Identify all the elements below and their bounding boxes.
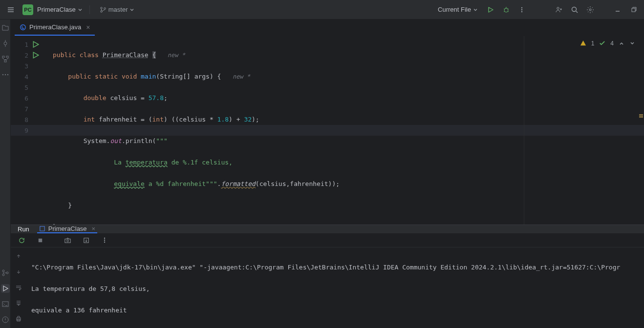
svg-rect-25 [38,238,42,242]
run-config-tab[interactable]: PrimeraClase × [37,225,97,233]
git-branch-selector[interactable]: master [100,6,135,13]
svg-point-9 [589,9,591,11]
java-file-icon [20,24,26,31]
svg-point-29 [104,238,105,239]
svg-point-31 [104,242,105,243]
line-number: 4 [11,73,32,81]
svg-point-1 [101,10,103,12]
svg-point-5 [521,9,522,10]
line-number: 9 [11,127,32,134]
console-line: equivale a 136 fahrenheit [31,305,639,316]
console-output[interactable]: "C:\Program Files\Java\jdk-17\bin\java.e… [26,247,644,328]
scroll-end-icon[interactable] [14,298,23,308]
run-button[interactable] [484,3,497,17]
svg-rect-14 [4,60,6,62]
svg-point-8 [572,7,577,11]
run-title[interactable]: Run [16,225,31,233]
line-number: 2 [11,52,32,59]
run-gutter-icon[interactable] [32,41,39,48]
run-tool-window: Run PrimeraClase × "C:\Program Fi [11,225,644,328]
code-content[interactable]: public class PrimeraClase { new * public… [53,39,638,225]
git-tool-icon[interactable] [1,268,10,277]
chevron-down-icon [129,7,134,12]
project-tool-icon[interactable] [1,23,10,32]
editor-tab[interactable]: PrimeraClase.java × [15,20,95,36]
tab-label: PrimeraClase.java [29,23,81,31]
problems-tool-icon[interactable] [1,315,10,324]
run-config-selector[interactable]: Current File [434,6,482,13]
svg-rect-26 [64,239,70,243]
close-tab-icon[interactable]: × [86,23,90,31]
svg-rect-10 [632,8,635,12]
line-number: 7 [11,105,32,113]
soft-wrap-icon[interactable] [14,283,23,292]
svg-point-18 [2,270,4,272]
line-number: 1 [11,41,32,48]
code-with-me-icon[interactable] [552,3,566,17]
line-number: 3 [11,62,32,70]
run-config-tab-label: PrimeraClase [48,225,87,232]
svg-point-17 [7,74,8,75]
svg-rect-13 [6,56,8,58]
run-gutter-icon[interactable] [32,52,39,59]
more-actions-icon[interactable] [515,3,529,17]
chevron-down-icon [78,7,83,12]
more-tool-icon[interactable] [1,70,10,79]
down-stack-icon[interactable] [14,267,23,277]
editor-tab-bar: PrimeraClase.java × [11,20,644,36]
svg-point-2 [104,7,106,9]
rerun-button[interactable] [15,233,28,247]
up-stack-icon[interactable] [14,251,23,261]
terminal-tool-icon[interactable] [1,300,10,308]
title-bar: PC PrimeraClase master Current File [0,0,644,20]
main-menu-icon[interactable] [4,3,18,17]
project-selector[interactable]: PrimeraClase [35,6,85,13]
branch-icon [100,6,107,13]
gutter[interactable]: 1 2 3 4 5 6 7 8 9 [11,39,50,136]
commit-tool-icon[interactable] [1,39,10,48]
run-app-icon [39,226,45,232]
project-badge: PC [22,4,33,15]
run-tool-icon[interactable] [1,284,10,293]
settings-icon[interactable] [583,3,597,17]
chevron-down-icon [473,7,478,12]
svg-point-6 [521,11,522,12]
console-line: La temperatura de 57,8 celsius, [31,284,639,294]
close-run-tab-icon[interactable]: × [92,225,96,232]
restore-window-icon[interactable] [626,3,640,17]
stripe-mark[interactable] [639,114,643,116]
svg-point-3 [504,8,508,12]
print-icon[interactable] [14,314,23,324]
run-tabs-bar: Run PrimeraClase × [11,225,644,233]
code-editor[interactable]: 1 4 1 2 3 4 5 6 7 8 9 public class Prime… [11,36,644,225]
run-config-label: Current File [438,6,471,13]
svg-point-15 [2,74,3,75]
search-icon[interactable] [568,3,581,17]
svg-point-4 [521,7,522,8]
main-area: PrimeraClase.java × 1 4 1 2 3 4 5 6 [11,20,644,328]
stripe-mark[interactable] [639,116,643,118]
svg-point-16 [4,74,5,75]
structure-tool-icon[interactable] [1,55,10,63]
left-tool-rail [0,20,11,328]
svg-rect-12 [2,56,4,58]
debug-button[interactable] [499,3,513,17]
minimize-window-icon[interactable] [611,3,624,17]
svg-point-7 [557,7,559,9]
svg-point-19 [2,274,4,276]
error-stripe[interactable] [638,36,644,225]
line-number: 6 [11,95,32,102]
console-toolbar [11,247,26,328]
svg-point-20 [6,272,8,274]
more-run-icon[interactable] [98,233,111,247]
svg-point-11 [4,42,7,45]
run-toolbar [11,233,644,247]
svg-point-0 [101,7,103,9]
camera-icon[interactable] [61,233,74,247]
project-name-label: PrimeraClase [37,6,76,13]
svg-rect-24 [40,226,44,231]
export-icon[interactable] [79,233,93,247]
line-number: 8 [11,116,32,123]
stop-button[interactable] [33,233,47,247]
branch-label: master [108,6,128,13]
